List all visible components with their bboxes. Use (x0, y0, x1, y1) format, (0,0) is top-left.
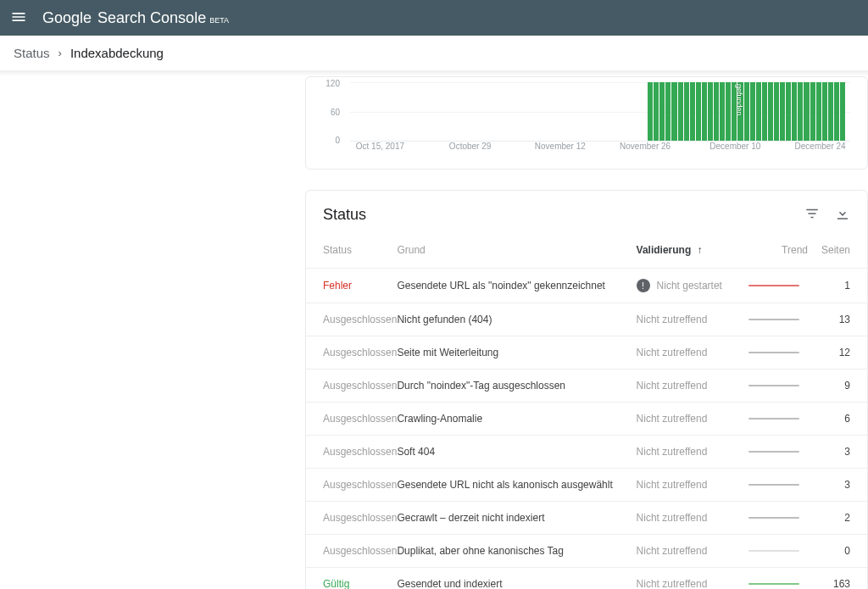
status-table-card: Status Status Grund Validierung ↑ (305, 190, 868, 589)
x-tick: Oct 15, 2017 (356, 142, 404, 151)
col-grund[interactable]: Grund (397, 236, 636, 269)
sparkline (748, 451, 799, 453)
cell-grund: Gesendete URL als "noindex" gekennzeichn… (397, 269, 636, 303)
x-tick: December 24 (795, 142, 846, 151)
table-row[interactable]: FehlerGesendete URL als "noindex" gekenn… (306, 269, 867, 303)
cell-status: Gültig (306, 568, 397, 590)
chart-bars (648, 82, 845, 141)
breadcrumb-root[interactable]: Status (14, 46, 50, 60)
table-row[interactable]: AusgeschlossenCrawling-AnomalieNicht zut… (306, 403, 867, 436)
cell-trend (732, 336, 808, 370)
warning-icon: ! (637, 279, 650, 292)
cell-validierung-text: Nicht gestartet (657, 280, 722, 292)
cell-grund: Crawling-Anomalie (397, 403, 636, 436)
chart-marker: gefunden (735, 84, 743, 116)
cell-grund: Duplikat, aber ohne kanonisches Tag (397, 535, 636, 568)
col-seiten[interactable]: Seiten (808, 236, 867, 269)
cell-validierung-text: Nicht zutreffend (637, 512, 708, 524)
download-icon[interactable] (835, 206, 850, 224)
cell-seiten: 12 (808, 336, 867, 370)
cell-validierung: !Nicht gestartet (637, 269, 732, 303)
sparkline (748, 352, 799, 353)
cell-validierung: Nicht zutreffend (637, 535, 732, 568)
col-status[interactable]: Status (306, 236, 397, 269)
sparkline (748, 484, 799, 486)
sparkline (748, 285, 799, 286)
cell-validierung: Nicht zutreffend (637, 370, 732, 403)
main-content: 120 60 0 gefunden Oct 15, 2017 October 2… (305, 76, 868, 589)
cell-seiten: 13 (808, 303, 867, 336)
table-row[interactable]: AusgeschlossenDuplikat, aber ohne kanoni… (306, 535, 867, 568)
card-header: Status (306, 191, 867, 236)
sparkline (748, 550, 799, 552)
sparkline (748, 385, 799, 386)
table-row[interactable]: AusgeschlossenSoft 404Nicht zutreffend3 (306, 436, 867, 469)
chevron-right-icon: › (58, 47, 62, 59)
table-row[interactable]: AusgeschlossenGecrawlt – derzeit nicht i… (306, 502, 867, 535)
cell-seiten: 6 (808, 403, 867, 436)
table-row[interactable]: GültigGesendet und indexiertNicht zutref… (306, 568, 867, 590)
cell-seiten: 3 (808, 469, 867, 502)
cell-seiten: 1 (808, 269, 867, 303)
chart-y-axis: 120 60 0 (318, 82, 345, 142)
col-validierung[interactable]: Validierung ↑ (637, 236, 732, 269)
cell-grund: Durch "noindex"-Tag ausgeschlossen (397, 370, 636, 403)
col-trend[interactable]: Trend (732, 236, 808, 269)
cell-seiten: 0 (808, 535, 867, 568)
cell-trend (732, 303, 808, 336)
cell-validierung-text: Nicht zutreffend (637, 413, 708, 425)
cell-trend (732, 403, 808, 436)
cell-status: Ausgeschlossen (306, 336, 397, 370)
cell-status: Ausgeschlossen (306, 303, 397, 336)
beta-badge: BETA (209, 16, 229, 25)
logo-brand: Google (42, 9, 92, 27)
coverage-chart[interactable]: 120 60 0 gefunden Oct 15, 2017 October 2… (318, 82, 855, 153)
chart-plot-area: gefunden (350, 82, 850, 142)
chart-x-axis: Oct 15, 2017 October 29 November 12 Nove… (350, 142, 850, 153)
cell-grund: Gesendet und indexiert (397, 568, 636, 590)
breadcrumb: Status › Indexabdeckung (0, 36, 868, 71)
cell-trend (732, 502, 808, 535)
cell-validierung: Nicht zutreffend (637, 303, 732, 336)
sparkline (748, 517, 799, 519)
sparkline (748, 583, 799, 585)
card-title: Status (323, 206, 366, 224)
filter-icon[interactable] (804, 206, 820, 224)
y-tick: 120 (326, 79, 340, 88)
cell-status: Ausgeschlossen (306, 469, 397, 502)
cell-seiten: 9 (808, 370, 867, 403)
table-row[interactable]: AusgeschlossenGesendete URL nicht als ka… (306, 469, 867, 502)
cell-grund: Gecrawlt – derzeit nicht indexiert (397, 502, 636, 535)
cell-seiten: 2 (808, 502, 867, 535)
cell-validierung-text: Nicht zutreffend (637, 314, 708, 325)
cell-validierung-text: Nicht zutreffend (637, 347, 708, 358)
table-row[interactable]: AusgeschlossenDurch "noindex"-Tag ausges… (306, 370, 867, 403)
sparkline (748, 418, 799, 420)
card-toolbar (804, 206, 850, 224)
cell-seiten: 3 (808, 436, 867, 469)
cell-validierung: Nicht zutreffend (637, 469, 732, 502)
sort-arrow-up-icon: ↑ (698, 244, 703, 256)
cell-trend (732, 469, 808, 502)
x-tick: November 26 (620, 142, 670, 151)
app-bar: Google Search Console BETA (0, 0, 868, 36)
cell-validierung: Nicht zutreffend (637, 436, 732, 469)
cell-trend (732, 269, 808, 303)
cell-validierung-text: Nicht zutreffend (637, 479, 708, 491)
cell-validierung: Nicht zutreffend (637, 336, 732, 370)
cell-validierung: Nicht zutreffend (637, 403, 732, 436)
table-row[interactable]: AusgeschlossenSeite mit WeiterleitungNic… (306, 336, 867, 370)
menu-icon[interactable] (10, 8, 27, 28)
cell-validierung: Nicht zutreffend (637, 502, 732, 535)
table-row[interactable]: AusgeschlossenNicht gefunden (404)Nicht … (306, 303, 867, 336)
table-header-row: Status Grund Validierung ↑ Trend Seiten (306, 236, 867, 269)
logo-product: Search Console (97, 9, 206, 27)
cell-status: Fehler (306, 269, 397, 303)
status-table: Status Grund Validierung ↑ Trend Seiten … (306, 236, 867, 589)
y-tick: 0 (335, 136, 340, 145)
cell-trend (732, 568, 808, 590)
x-tick: December 10 (709, 142, 760, 151)
x-tick: October 29 (449, 142, 491, 151)
cell-trend (732, 370, 808, 403)
sparkline (748, 319, 799, 320)
